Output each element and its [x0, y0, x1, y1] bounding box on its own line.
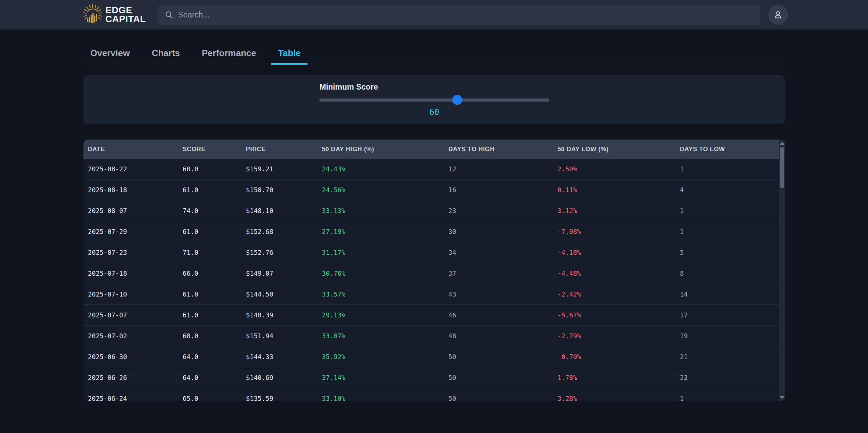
cell-days_to_low: 1: [680, 165, 785, 173]
cell-score: 61.0: [183, 290, 246, 298]
cell-price: $149.07: [246, 270, 322, 277]
cell-low_pct: -2.42%: [557, 290, 680, 298]
column-header-low_pct: 50 DAY LOW (%): [557, 146, 680, 153]
cell-days_to_low: 23: [680, 374, 785, 381]
column-header-score: SCORE: [183, 146, 246, 153]
cell-days_to_high: 34: [448, 249, 557, 256]
cell-low_pct: -5.67%: [557, 311, 680, 319]
cell-high_pct: 33.57%: [322, 290, 448, 298]
cell-low_pct: -4.18%: [557, 249, 680, 256]
cell-price: $151.94: [246, 332, 322, 340]
cell-high_pct: 31.17%: [322, 249, 448, 256]
table-body: 2025-08-2260.0$159.2124.43%122.50%12025-…: [83, 159, 785, 401]
user-avatar-button[interactable]: [768, 5, 788, 25]
cell-price: $152.76: [246, 249, 322, 256]
cell-low_pct: -7.08%: [557, 228, 680, 235]
cell-date: 2025-06-30: [88, 353, 183, 360]
cell-date: 2025-06-26: [88, 374, 183, 381]
cell-score: 65.0: [183, 395, 246, 401]
topbar: EDGE CAPITAL: [0, 0, 868, 30]
filter-panel: Minimum Score 60: [83, 75, 785, 124]
cell-score: 64.0: [183, 374, 246, 381]
table-row: 2025-07-0268.0$151.9433.07%48-2.79%19: [83, 326, 785, 346]
cell-price: $152.68: [246, 228, 322, 235]
sunburst-chart-logo-icon: [83, 3, 102, 26]
cell-days_to_high: 37: [448, 270, 557, 277]
cell-date: 2025-07-29: [88, 228, 183, 235]
cell-days_to_high: 12: [448, 165, 557, 173]
cell-date: 2025-08-18: [88, 186, 183, 194]
cell-high_pct: 37.14%: [322, 374, 448, 381]
cell-high_pct: 29.13%: [322, 311, 448, 319]
cell-high_pct: 33.10%: [322, 395, 448, 401]
cell-days_to_high: 16: [448, 186, 557, 194]
cell-score: 64.0: [183, 353, 246, 360]
slider-thumb[interactable]: [452, 95, 462, 105]
cell-days_to_high: 50: [448, 353, 557, 360]
cell-date: 2025-08-07: [88, 207, 183, 214]
table-row: 2025-07-1061.0$144.5033.57%43-2.42%14: [83, 284, 785, 305]
cell-score: 74.0: [183, 207, 246, 214]
table-row: 2025-07-0761.0$148.3929.13%46-5.67%17: [83, 305, 785, 326]
cell-score: 61.0: [183, 228, 246, 235]
cell-days_to_low: 21: [680, 353, 785, 360]
cell-days_to_high: 48: [448, 332, 557, 340]
cell-low_pct: 3.12%: [557, 207, 680, 214]
cell-low_pct: -4.48%: [557, 270, 680, 277]
tab-table[interactable]: Table: [271, 48, 307, 65]
cell-days_to_low: 1: [680, 395, 785, 401]
cell-high_pct: 27.19%: [322, 228, 448, 235]
cell-price: $144.50: [246, 290, 322, 298]
tab-charts[interactable]: Charts: [145, 48, 187, 65]
cell-days_to_low: 8: [680, 270, 785, 277]
scroll-down-arrow-icon[interactable]: [780, 396, 785, 399]
cell-date: 2025-07-23: [88, 249, 183, 256]
minimum-score-slider[interactable]: [319, 99, 549, 102]
cell-date: 2025-08-22: [88, 165, 183, 173]
cell-score: 68.0: [183, 332, 246, 340]
cell-price: $158.70: [246, 186, 322, 194]
main-content: OverviewChartsPerformanceTable Minimum S…: [83, 48, 785, 401]
cell-high_pct: 30.76%: [322, 270, 448, 277]
cell-days_to_high: 30: [448, 228, 557, 235]
cell-low_pct: 3.28%: [557, 395, 680, 401]
cell-low_pct: -0.70%: [557, 353, 680, 360]
column-header-high_pct: 50 DAY HIGH (%): [322, 146, 448, 153]
tabs: OverviewChartsPerformanceTable: [83, 48, 785, 64]
column-header-price: PRICE: [246, 146, 322, 153]
tab-overview[interactable]: Overview: [83, 48, 137, 65]
cell-price: $159.21: [246, 165, 322, 173]
table-row: 2025-08-2260.0$159.2124.43%122.50%1: [83, 159, 785, 180]
cell-low_pct: 1.78%: [557, 374, 680, 381]
column-header-days_to_low: DAYS TO LOW: [680, 146, 785, 153]
cell-price: $148.10: [246, 207, 322, 214]
brand-logo[interactable]: EDGE CAPITAL: [83, 3, 146, 26]
cell-days_to_high: 43: [448, 290, 557, 298]
vertical-scrollbar[interactable]: [779, 140, 785, 401]
table-row: 2025-07-2371.0$152.7631.17%34-4.18%5: [83, 242, 785, 263]
tab-performance[interactable]: Performance: [195, 48, 263, 65]
cell-days_to_low: 19: [680, 332, 785, 340]
search-input[interactable]: [178, 10, 754, 19]
cell-high_pct: 35.92%: [322, 353, 448, 360]
cell-high_pct: 24.43%: [322, 165, 448, 173]
search-bar[interactable]: [158, 5, 761, 25]
cell-days_to_high: 23: [448, 207, 557, 214]
cell-high_pct: 33.13%: [322, 207, 448, 214]
table-row: 2025-06-3064.0$144.3335.92%50-0.70%21: [83, 346, 785, 367]
cell-days_to_low: 14: [680, 290, 785, 298]
cell-date: 2025-07-10: [88, 290, 183, 298]
scroll-up-arrow-icon[interactable]: [780, 142, 785, 145]
cell-score: 61.0: [183, 311, 246, 319]
cell-days_to_low: 1: [680, 228, 785, 235]
scrollbar-thumb[interactable]: [780, 147, 784, 188]
cell-days_to_low: 5: [680, 249, 785, 256]
cell-low_pct: -2.79%: [557, 332, 680, 340]
brand-name: EDGE CAPITAL: [105, 6, 146, 24]
cell-score: 66.0: [183, 270, 246, 277]
results-table: DATESCOREPRICE50 DAY HIGH (%)DAYS TO HIG…: [83, 140, 785, 401]
cell-high_pct: 33.07%: [322, 332, 448, 340]
minimum-score-label: Minimum Score: [319, 82, 549, 92]
cell-price: $135.59: [246, 395, 322, 401]
table-row: 2025-06-2465.0$135.5933.10%503.28%1: [83, 388, 785, 401]
